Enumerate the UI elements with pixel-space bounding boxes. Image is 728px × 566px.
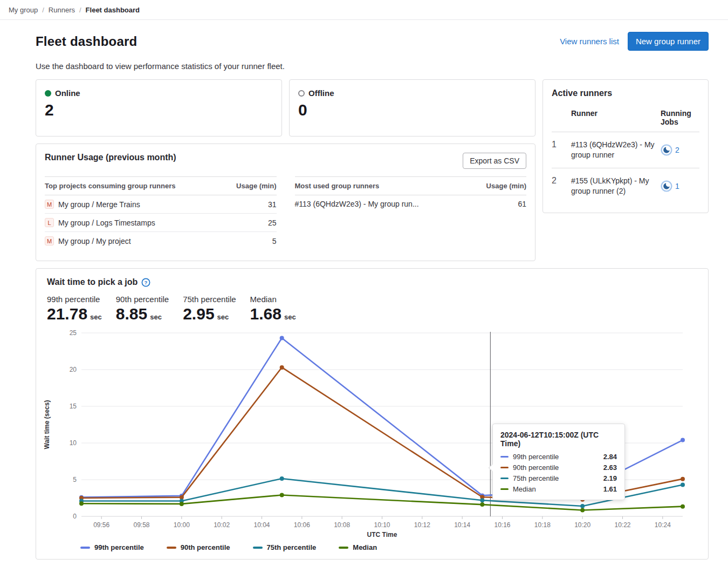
svg-text:10:24: 10:24 [655,521,671,529]
stat-unit: sec [284,313,296,321]
stat-label: 99th percentile [47,295,102,304]
svg-text:10:08: 10:08 [334,521,350,529]
svg-text:?: ? [145,279,148,285]
offline-count: 0 [298,101,526,119]
fleet-dashboard-page: My group / Runners / Fleet dashboard Fle… [0,0,728,566]
legend-label: 75th percentile [267,543,317,551]
page-title: Fleet dashboard [36,34,137,49]
breadcrumb-fleet-dashboard: Fleet dashboard [86,6,140,14]
chart-legend: 99th percentile 90th percentile 75th per… [36,543,708,551]
table-row: M My group / My project 5 [45,232,277,250]
running-jobs-count[interactable]: 2 [675,146,679,154]
stat-label: Median [250,295,296,304]
online-status-icon [45,90,51,97]
svg-text:10:14: 10:14 [454,521,470,529]
help-icon[interactable]: ? [141,278,150,287]
runner-rank: 2 [552,176,571,186]
stat-value: 21.78 [47,305,87,323]
series-label: 99th percentile [513,453,599,461]
project-usage: 25 [268,219,277,227]
stat-label: 75th percentile [183,295,236,304]
usage-min-col-header: Usage (min) [486,182,526,190]
breadcrumb-separator: / [42,6,44,14]
top-projects-table: Top projects consuming group runners Usa… [45,176,277,250]
running-jobs-col-header: Running Jobs [661,109,699,126]
breadcrumb-separator: / [79,6,81,14]
breadcrumb-runners[interactable]: Runners [49,6,75,14]
svg-text:10:20: 10:20 [574,521,590,529]
series-label: 90th percentile [513,463,599,472]
online-count: 2 [45,101,273,119]
most-used-col-header: Most used group runners [295,182,380,190]
legend-item-99th[interactable]: 99th percentile [80,543,144,551]
svg-text:10:06: 10:06 [294,521,310,529]
stat-label: 90th percentile [116,295,169,304]
running-status-icon [661,180,672,192]
series-swatch [500,467,509,468]
offline-status-icon [298,90,305,97]
svg-text:10:22: 10:22 [614,521,630,529]
top-projects-col-header: Top projects consuming group runners [45,182,175,190]
series-label: 75th percentile [513,474,599,482]
runner-name: #113 (6QHdzW2e3) - My group run... [295,200,419,208]
svg-text:Wait time (secs): Wait time (secs) [43,400,51,449]
breadcrumb: My group / Runners / Fleet dashboard [0,0,728,20]
new-group-runner-button[interactable]: New group runner [628,32,709,51]
legend-item-median[interactable]: Median [339,543,377,551]
project-name: My group / My project [58,237,131,246]
svg-text:10: 10 [70,439,77,447]
wait-time-chart[interactable]: 051015202509:5609:5810:0010:0210:0410:06… [36,328,708,541]
series-swatch [500,456,509,458]
svg-text:10:02: 10:02 [214,521,230,529]
series-value: 2.84 [603,453,617,461]
runner-usage-value: 61 [518,200,526,208]
legend-swatch [167,547,176,549]
runner-name[interactable]: #155 (ULkKYpkpt) - My group runner (2) [571,176,661,196]
stat-value: 1.68 [250,305,281,323]
online-runners-card: Online 2 [36,79,282,137]
series-swatch [500,488,509,490]
runner-name[interactable]: #113 (6QHdzW2e3) - My group runner [571,140,661,160]
runner-usage-card: Runner Usage (previous month) Export as … [36,144,535,261]
running-jobs-count[interactable]: 1 [675,182,679,190]
tooltip-row: 90th percentile 2.63 [500,463,617,472]
legend-label: Median [353,543,377,551]
stat-unit: sec [217,313,229,321]
usage-min-col-header: Usage (min) [236,182,276,190]
svg-text:09:56: 09:56 [93,521,109,529]
breadcrumb-my-group[interactable]: My group [9,6,38,14]
series-value: 1.61 [603,485,617,493]
table-row: L My group / Logs Timestamps 25 [45,214,277,232]
svg-text:10:16: 10:16 [494,521,510,529]
svg-text:10:00: 10:00 [174,521,190,529]
page-description: Use the dashboard to view performance st… [36,62,709,71]
export-csv-button[interactable]: Export as CSV [463,153,526,169]
stat-median: Median 1.68sec [250,295,296,323]
tooltip-row: 99th percentile 2.84 [500,453,617,461]
running-status-icon [661,144,672,156]
svg-text:15: 15 [70,403,77,410]
stat-value: 2.95 [183,305,214,323]
svg-text:10:10: 10:10 [374,521,390,529]
legend-item-90th[interactable]: 90th percentile [167,543,230,551]
stat-unit: sec [90,313,102,321]
chart-tooltip: 2024-06-12T10:15:00Z (UTC Time) 99th per… [492,424,625,500]
svg-text:25: 25 [70,329,77,337]
svg-text:09:58: 09:58 [133,521,149,529]
offline-runners-card: Offline 0 [289,79,535,137]
most-used-runners-table: Most used group runners Usage (min) #113… [295,176,527,250]
series-value: 2.63 [603,463,617,472]
runner-usage-title: Runner Usage (previous month) [45,153,176,162]
table-row: #113 (6QHdzW2e3) - My group run... 61 [295,195,527,213]
legend-item-75th[interactable]: 75th percentile [253,543,317,551]
svg-text:5: 5 [73,476,77,483]
active-runners-title: Active runners [552,88,699,98]
legend-label: 90th percentile [181,543,230,551]
online-label: Online [55,88,80,98]
stat-99th: 99th percentile 21.78sec [47,295,102,323]
project-usage: 31 [268,200,277,209]
view-runners-list-link[interactable]: View runners list [560,37,619,46]
stat-value: 8.85 [116,305,147,323]
wait-time-card: Wait time to pick a job ? 99th percentil… [36,268,709,560]
stat-unit: sec [150,313,162,321]
